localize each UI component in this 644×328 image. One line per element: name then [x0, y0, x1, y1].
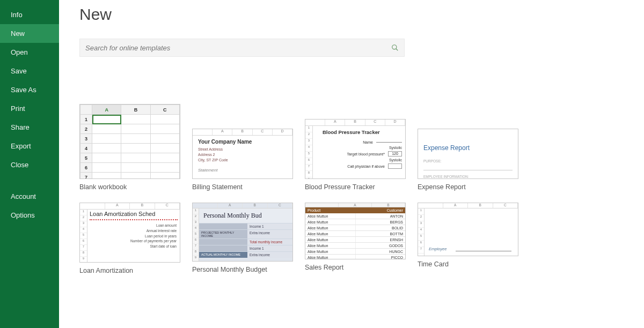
template-label: Personal Monthly Budget — [192, 266, 293, 273]
template-thumb: ABCD 1234567891011 Blood Pressure Tracke… — [305, 119, 406, 179]
template-label: Blood Pressure Tracker — [305, 183, 406, 191]
template-label: Sales Report — [305, 264, 406, 271]
sidebar-item-info[interactable]: Info — [0, 5, 59, 24]
svg-line-1 — [396, 49, 398, 51]
template-sales-report[interactable]: AB ProductCustomer Alice MuttonANTON Ali… — [305, 203, 406, 274]
template-grid: ABC 1 2 3 4 5 6 7 Blank workbook ABCD Yo… — [79, 104, 624, 274]
sidebar-item-options[interactable]: Options — [0, 206, 59, 225]
sidebar-item-export[interactable]: Export — [0, 137, 59, 155]
template-thumb: ABC 1 2 3 4 5 6 7 — [79, 104, 180, 179]
sidebar-item-share[interactable]: Share — [0, 118, 59, 137]
template-thumb: ABC 123456789 Personal Monthly Bud Incom… — [192, 203, 293, 262]
template-search[interactable] — [79, 39, 405, 57]
template-billing-statement[interactable]: ABCD Your Company Name Street Address Ad… — [192, 129, 293, 191]
template-personal-monthly-budget[interactable]: ABC 123456789 Personal Monthly Bud Incom… — [192, 203, 293, 274]
template-label: Blank workbook — [79, 183, 180, 191]
template-thumb: ABCD Your Company Name Street Address Ad… — [192, 129, 293, 179]
page-title: New — [79, 5, 624, 24]
sidebar-item-save[interactable]: Save — [0, 62, 59, 80]
sidebar-item-open[interactable]: Open — [0, 43, 59, 62]
template-blood-pressure-tracker[interactable]: ABCD 1234567891011 Blood Pressure Tracke… — [305, 119, 406, 191]
template-label: Time Card — [418, 260, 518, 268]
template-expense-report[interactable]: Expense Report PURPOSE: EMPLOYEE INFORMA… — [418, 129, 518, 191]
search-icon[interactable] — [391, 44, 399, 51]
sidebar-item-print[interactable]: Print — [0, 99, 59, 118]
template-label: Loan Amortization — [79, 267, 180, 274]
template-thumb: AB ProductCustomer Alice MuttonANTON Ali… — [305, 203, 406, 259]
sidebar-item-account[interactable]: Account — [0, 187, 59, 206]
template-blank-workbook[interactable]: ABC 1 2 3 4 5 6 7 Blank workbook — [79, 104, 180, 191]
sidebar-item-new[interactable]: New — [0, 24, 59, 43]
main-content: New ABC 1 2 3 4 5 6 7 Blank workbook — [59, 0, 644, 328]
template-thumb: ABC 1234567 Employee — [418, 203, 518, 256]
template-time-card[interactable]: ABC 1234567 Employee Time Card — [418, 203, 518, 274]
template-loan-amortization[interactable]: ABC 123456789 Loan Amortization Sched Lo… — [79, 203, 180, 274]
template-thumb: ABC 123456789 Loan Amortization Sched Lo… — [79, 203, 180, 263]
backstage-sidebar: Info New Open Save Save As Print Share E… — [0, 0, 59, 328]
template-thumb: Expense Report PURPOSE: EMPLOYEE INFORMA… — [418, 129, 518, 179]
template-label: Expense Report — [418, 183, 518, 191]
svg-point-0 — [392, 45, 397, 49]
template-search-input[interactable] — [85, 44, 391, 52]
template-label: Billing Statement — [192, 183, 293, 191]
sidebar-item-close[interactable]: Close — [0, 155, 59, 174]
sidebar-item-save-as[interactable]: Save As — [0, 80, 59, 99]
